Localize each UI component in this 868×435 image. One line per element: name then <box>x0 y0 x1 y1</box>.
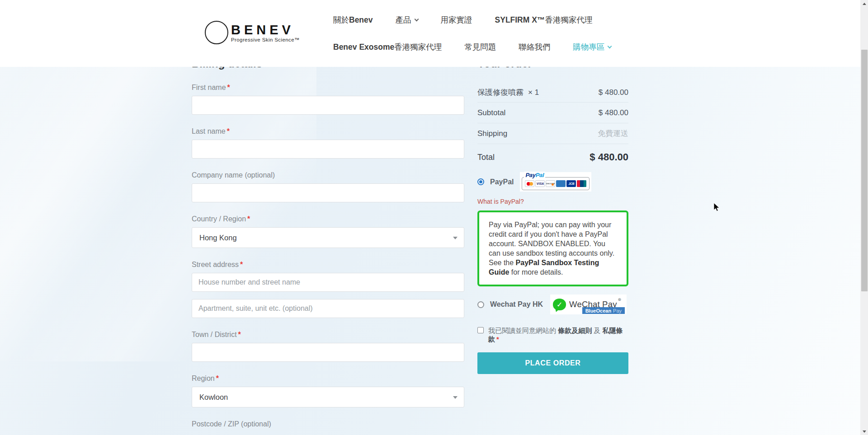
required-asterisk: * <box>238 331 241 338</box>
first-name-label: First name <box>192 84 226 91</box>
paypal-acceptance-mark: PayPal VISA DISCOVER JCB <box>520 172 591 192</box>
town-district-input[interactable] <box>192 343 464 362</box>
card-visa-icon: VISA <box>535 180 545 187</box>
nav-about-benev[interactable]: 關於Benev <box>333 14 373 25</box>
logo-circle-icon <box>205 21 228 44</box>
site-header: BENEV Progressive Skin Science™ 關於Benev … <box>0 0 868 67</box>
blueocean-pay-badge: BlueOceanPay <box>582 307 625 314</box>
last-name-label: Last name <box>192 127 226 135</box>
terms-checkbox[interactable] <box>477 327 484 333</box>
brand-name: BENEV <box>231 23 300 37</box>
order-item-row: 保護修復噴霧× 1 $ 480.00 <box>477 83 628 103</box>
billing-form: First name* Last name* Company name (opt… <box>192 84 464 428</box>
wechat-pay-logo: ✓ WeChat Pay ⊛ BlueOceanPay <box>550 295 627 314</box>
nav-benev-exosome[interactable]: Benev Exosome 香港獨家代理 <box>333 42 442 52</box>
card-amex-icon <box>556 180 566 187</box>
paypal-radio[interactable] <box>477 178 484 185</box>
registered-mark-icon: ⊛ <box>618 297 622 302</box>
billing-details-section: Billing details First name* Last name* C… <box>192 57 464 435</box>
street-address-label: Street address <box>192 261 239 268</box>
nav-shop[interactable]: 購物專區 <box>573 42 611 52</box>
item-price: $ 480.00 <box>599 88 628 97</box>
nav-faq[interactable]: 常見問題 <box>464 42 496 52</box>
nav-contact-us[interactable]: 聯絡我們 <box>519 42 550 52</box>
region-value: Kowloon <box>199 393 228 402</box>
select-arrow-icon <box>453 396 458 399</box>
mouse-cursor <box>713 202 720 214</box>
country-region-label: Country / Region <box>192 215 246 223</box>
item-quantity: × 1 <box>528 88 539 97</box>
scrollbar-thumb[interactable] <box>861 50 868 291</box>
card-unionpay-icon <box>577 180 586 187</box>
company-name-input[interactable] <box>192 183 464 202</box>
total-label: Total <box>477 153 495 162</box>
street-address-input[interactable] <box>192 273 464 292</box>
subtotal-row: Subtotal $ 480.00 <box>477 103 628 123</box>
paypal-logo-icon: Pay <box>525 172 535 178</box>
scroll-up-arrow-icon[interactable] <box>860 0 868 7</box>
field-first-name: First name* <box>192 84 464 115</box>
required-asterisk: * <box>227 84 230 91</box>
required-asterisk: * <box>216 374 219 382</box>
your-order-section: Your order 保護修復噴霧× 1 $ 480.00 Subtotal $… <box>477 57 628 374</box>
brand-logo[interactable]: BENEV Progressive Skin Science™ <box>205 21 300 44</box>
country-region-value: Hong Kong <box>199 234 237 242</box>
region-select[interactable]: Kowloon <box>192 387 464 407</box>
terms-text: 我已閱讀並同意網站的 <box>488 327 558 334</box>
field-company-name: Company name (optional) <box>192 171 464 202</box>
nav-products[interactable]: 產品 <box>396 14 418 25</box>
region-label: Region <box>192 374 215 382</box>
checkout-page: Billing details First name* Last name* C… <box>0 0 868 435</box>
last-name-input[interactable] <box>192 140 464 159</box>
field-last-name: Last name* <box>192 127 464 159</box>
apartment-input[interactable] <box>192 299 464 318</box>
required-asterisk: * <box>240 261 243 268</box>
nav-sylfirm-x[interactable]: SYLFIRM X™ 香港獨家代理 <box>495 14 593 25</box>
wechat-radio[interactable] <box>477 301 484 308</box>
brand-tagline: Progressive Skin Science™ <box>231 37 300 42</box>
card-discover-icon: DISCOVER <box>546 180 555 187</box>
postcode-label: Postcode / ZIP (optional) <box>192 420 271 428</box>
wechat-bubble-icon: ✓ <box>553 299 566 310</box>
shipping-value: 免費運送 <box>598 128 628 139</box>
chevron-down-icon <box>414 17 419 21</box>
nav-testimonials[interactable]: 用家實證 <box>441 14 472 25</box>
required-asterisk: * <box>227 127 230 135</box>
order-summary-table: 保護修復噴霧× 1 $ 480.00 Subtotal $ 480.00 Shi… <box>477 83 628 170</box>
shipping-label: Shipping <box>477 129 507 138</box>
field-region: Region* Kowloon <box>192 374 464 407</box>
town-district-label: Town / District <box>192 331 237 338</box>
company-name-label: Company name (optional) <box>192 171 275 179</box>
card-jcb-icon: JCB <box>566 180 576 187</box>
country-region-select[interactable]: Hong Kong <box>192 227 464 248</box>
paypal-label: PayPal <box>490 178 514 186</box>
field-postcode: Postcode / ZIP (optional) <box>192 420 464 428</box>
wechat-option-row: Wechat Pay HK ✓ WeChat Pay ⊛ BlueOceanPa… <box>477 295 628 314</box>
scroll-down-arrow-icon[interactable] <box>860 428 868 435</box>
paypal-option-row: PayPal PayPal VISA DISCOVER JCB <box>477 172 628 192</box>
select-arrow-icon <box>453 237 458 239</box>
total-value: $ 480.00 <box>590 151 628 163</box>
required-asterisk: * <box>496 335 499 343</box>
paypal-sandbox-notice: Pay via PayPal; you can pay with your cr… <box>477 210 628 286</box>
shipping-row: Shipping 免費運送 <box>477 123 628 144</box>
item-name: 保護修復噴霧 <box>477 88 524 97</box>
terms-agreement-row: 我已閱讀並同意網站的 條款及細則 及 私隱條款* <box>477 326 628 343</box>
required-asterisk: * <box>247 215 250 223</box>
card-mastercard-icon <box>525 180 534 187</box>
place-order-button[interactable]: PLACE ORDER <box>477 352 628 374</box>
total-row: Total $ 480.00 <box>477 144 628 170</box>
field-town-district: Town / District* <box>192 331 464 362</box>
field-country-region: Country / Region* Hong Kong <box>192 215 464 248</box>
field-street-address: Street address* <box>192 261 464 318</box>
terms-conditions-link[interactable]: 條款及細則 <box>558 327 592 334</box>
chevron-down-icon <box>608 44 612 48</box>
wechat-label: Wechat Pay HK <box>490 300 543 309</box>
scrollbar[interactable] <box>860 0 868 435</box>
first-name-input[interactable] <box>192 96 464 115</box>
what-is-paypal-link[interactable]: What is PayPal? <box>477 198 628 205</box>
subtotal-value: $ 480.00 <box>599 108 628 117</box>
subtotal-label: Subtotal <box>477 108 505 117</box>
